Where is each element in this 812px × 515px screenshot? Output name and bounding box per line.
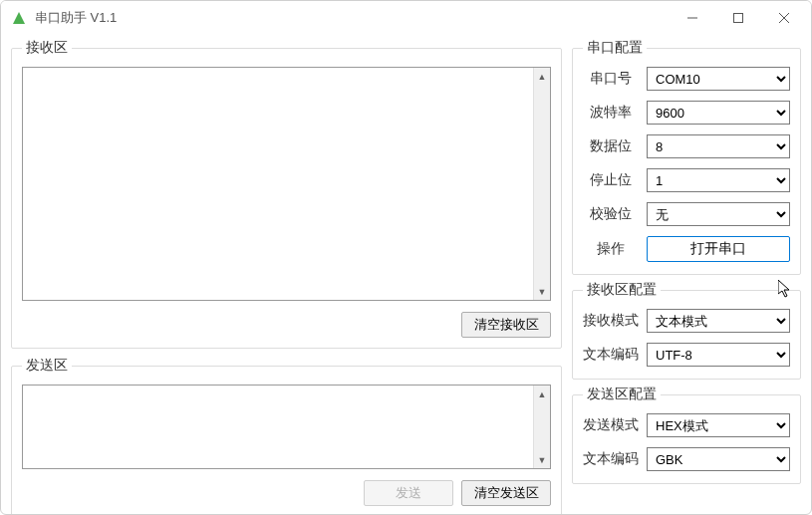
app-icon: [11, 10, 27, 26]
scroll-down-icon[interactable]: ▼: [534, 283, 550, 300]
parity-select[interactable]: 无: [647, 202, 790, 226]
send-mode-select[interactable]: HEX模式: [647, 413, 790, 437]
receive-textarea[interactable]: [22, 67, 551, 301]
stopbits-label: 停止位: [583, 171, 639, 189]
port-config-legend: 串口配置: [583, 39, 647, 57]
close-button[interactable]: [761, 3, 807, 33]
titlebar: 串口助手 V1.1: [1, 1, 811, 35]
receive-area-group: 接收区 ▲ ▼ 清空接收区: [11, 39, 562, 349]
port-config-group: 串口配置 串口号 COM10 波特率 9600 数据位 8 停止位 1 校验位 …: [572, 39, 801, 275]
receive-area-legend: 接收区: [22, 39, 72, 57]
send-encoding-select[interactable]: GBK: [647, 447, 790, 471]
clear-send-button[interactable]: 清空发送区: [461, 480, 551, 506]
clear-receive-button[interactable]: 清空接收区: [461, 312, 551, 338]
window-title: 串口助手 V1.1: [35, 9, 670, 27]
scroll-down-icon[interactable]: ▼: [534, 451, 550, 468]
baud-label: 波特率: [583, 104, 639, 122]
recv-mode-label: 接收模式: [583, 312, 639, 330]
open-port-button[interactable]: 打开串口: [647, 236, 790, 262]
svg-rect-1: [734, 14, 743, 23]
send-mode-label: 发送模式: [583, 416, 639, 434]
recv-config-group: 接收区配置 接收模式 文本模式 文本编码 UTF-8: [572, 281, 801, 380]
port-select[interactable]: COM10: [647, 67, 790, 91]
scroll-up-icon[interactable]: ▲: [534, 68, 550, 85]
send-textarea[interactable]: [22, 385, 551, 469]
send-config-group: 发送区配置 发送模式 HEX模式 文本编码 GBK: [572, 386, 801, 484]
recv-encoding-label: 文本编码: [583, 346, 639, 364]
send-config-legend: 发送区配置: [583, 386, 661, 403]
send-encoding-label: 文本编码: [583, 450, 639, 468]
receive-scrollbar[interactable]: ▲ ▼: [533, 68, 550, 300]
send-button: 发送: [364, 480, 453, 506]
send-scrollbar[interactable]: ▲ ▼: [533, 386, 550, 468]
send-area-group: 发送区 ▲ ▼ 发送 清空发送区: [11, 357, 562, 515]
parity-label: 校验位: [583, 205, 639, 223]
stopbits-select[interactable]: 1: [647, 168, 790, 192]
send-area-legend: 发送区: [22, 357, 72, 375]
recv-encoding-select[interactable]: UTF-8: [647, 343, 790, 367]
maximize-button[interactable]: [715, 3, 761, 33]
databits-select[interactable]: 8: [647, 134, 790, 158]
databits-label: 数据位: [583, 137, 639, 155]
action-label: 操作: [583, 240, 639, 258]
recv-mode-select[interactable]: 文本模式: [647, 309, 790, 333]
recv-config-legend: 接收区配置: [583, 281, 661, 299]
scroll-up-icon[interactable]: ▲: [534, 386, 550, 402]
port-label: 串口号: [583, 70, 639, 88]
baud-select[interactable]: 9600: [647, 101, 790, 125]
minimize-button[interactable]: [670, 3, 715, 33]
